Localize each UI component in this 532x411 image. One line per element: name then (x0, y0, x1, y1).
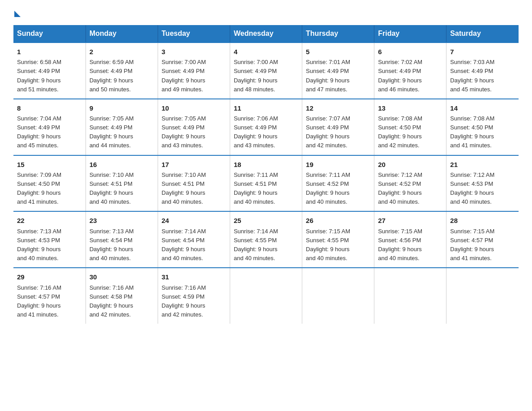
day-info: Sunrise: 7:00 AMSunset: 4:49 PMDaylight:… (162, 58, 226, 94)
day-number: 28 (450, 215, 515, 226)
calendar-day-cell: 22Sunrise: 7:13 AMSunset: 4:53 PMDayligh… (13, 211, 86, 268)
calendar-day-cell: 14Sunrise: 7:08 AMSunset: 4:50 PMDayligh… (446, 99, 519, 155)
day-number: 14 (450, 103, 515, 113)
day-info: Sunrise: 7:15 AMSunset: 4:55 PMDaylight:… (306, 227, 370, 263)
day-number: 22 (17, 215, 82, 226)
calendar-day-cell: 30Sunrise: 7:16 AMSunset: 4:58 PMDayligh… (86, 268, 158, 324)
day-number: 3 (162, 47, 226, 57)
day-info: Sunrise: 7:11 AMSunset: 4:51 PMDaylight:… (234, 171, 298, 207)
day-number: 19 (306, 159, 370, 170)
day-info: Sunrise: 7:05 AMSunset: 4:49 PMDaylight:… (90, 114, 154, 150)
calendar-day-cell: 31Sunrise: 7:16 AMSunset: 4:59 PMDayligh… (158, 268, 230, 324)
day-number: 7 (450, 47, 515, 57)
day-number: 15 (17, 159, 82, 170)
calendar-day-cell: 21Sunrise: 7:12 AMSunset: 4:53 PMDayligh… (446, 155, 519, 212)
calendar-day-cell: 11Sunrise: 7:06 AMSunset: 4:49 PMDayligh… (230, 99, 302, 155)
day-info: Sunrise: 7:10 AMSunset: 4:51 PMDaylight:… (90, 171, 154, 207)
calendar-day-cell: 15Sunrise: 7:09 AMSunset: 4:50 PMDayligh… (13, 155, 86, 212)
calendar-day-cell: 16Sunrise: 7:10 AMSunset: 4:51 PMDayligh… (86, 155, 158, 212)
day-number: 23 (90, 215, 154, 226)
logo-triangle-icon (14, 11, 21, 17)
calendar-day-cell: 10Sunrise: 7:05 AMSunset: 4:49 PMDayligh… (158, 99, 230, 155)
logo (13, 9, 21, 17)
day-number: 6 (378, 47, 442, 57)
page-header (13, 9, 519, 17)
day-info: Sunrise: 7:12 AMSunset: 4:52 PMDaylight:… (378, 171, 442, 207)
day-info: Sunrise: 7:09 AMSunset: 4:50 PMDaylight:… (17, 171, 82, 207)
day-number: 31 (162, 272, 226, 282)
calendar-day-cell: 29Sunrise: 7:16 AMSunset: 4:57 PMDayligh… (13, 268, 86, 324)
calendar-day-cell (446, 268, 519, 324)
day-info: Sunrise: 6:58 AMSunset: 4:49 PMDaylight:… (17, 58, 82, 94)
calendar-day-cell (230, 268, 302, 324)
day-info: Sunrise: 7:16 AMSunset: 4:57 PMDaylight:… (17, 283, 82, 320)
calendar-day-cell: 19Sunrise: 7:11 AMSunset: 4:52 PMDayligh… (302, 155, 374, 212)
weekday-header-sunday: Sunday (13, 25, 86, 43)
calendar-day-cell: 4Sunrise: 7:00 AMSunset: 4:49 PMDaylight… (230, 43, 302, 99)
day-info: Sunrise: 7:11 AMSunset: 4:52 PMDaylight:… (306, 171, 370, 207)
calendar-day-cell: 3Sunrise: 7:00 AMSunset: 4:49 PMDaylight… (158, 43, 230, 99)
calendar-week-row: 1Sunrise: 6:58 AMSunset: 4:49 PMDaylight… (13, 43, 519, 99)
calendar-day-cell: 25Sunrise: 7:14 AMSunset: 4:55 PMDayligh… (230, 211, 302, 268)
day-info: Sunrise: 7:00 AMSunset: 4:49 PMDaylight:… (234, 58, 298, 94)
day-info: Sunrise: 7:04 AMSunset: 4:49 PMDaylight:… (17, 114, 82, 150)
day-number: 11 (234, 103, 298, 113)
day-number: 29 (17, 272, 82, 282)
day-number: 20 (378, 159, 442, 170)
calendar-day-cell: 5Sunrise: 7:01 AMSunset: 4:49 PMDaylight… (302, 43, 374, 99)
calendar-day-cell: 28Sunrise: 7:15 AMSunset: 4:57 PMDayligh… (446, 211, 519, 268)
calendar-day-cell: 1Sunrise: 6:58 AMSunset: 4:49 PMDaylight… (13, 43, 86, 99)
day-number: 1 (17, 47, 82, 57)
weekday-header-tuesday: Tuesday (158, 25, 230, 43)
day-info: Sunrise: 7:15 AMSunset: 4:57 PMDaylight:… (450, 227, 515, 263)
day-info: Sunrise: 7:03 AMSunset: 4:49 PMDaylight:… (450, 58, 515, 94)
day-info: Sunrise: 7:02 AMSunset: 4:49 PMDaylight:… (378, 58, 442, 94)
day-info: Sunrise: 7:16 AMSunset: 4:59 PMDaylight:… (162, 283, 226, 320)
calendar-table: SundayMondayTuesdayWednesdayThursdayFrid… (13, 25, 519, 324)
day-info: Sunrise: 7:13 AMSunset: 4:53 PMDaylight:… (17, 227, 82, 263)
calendar-week-row: 8Sunrise: 7:04 AMSunset: 4:49 PMDaylight… (13, 99, 519, 155)
weekday-header-friday: Friday (374, 25, 446, 43)
calendar-day-cell: 17Sunrise: 7:10 AMSunset: 4:51 PMDayligh… (158, 155, 230, 212)
calendar-day-cell: 9Sunrise: 7:05 AMSunset: 4:49 PMDaylight… (86, 99, 158, 155)
day-number: 8 (17, 103, 82, 113)
day-number: 16 (90, 159, 154, 170)
day-number: 9 (90, 103, 154, 113)
weekday-header-thursday: Thursday (302, 25, 374, 43)
day-number: 30 (90, 272, 154, 282)
calendar-day-cell: 13Sunrise: 7:08 AMSunset: 4:50 PMDayligh… (374, 99, 446, 155)
day-info: Sunrise: 7:13 AMSunset: 4:54 PMDaylight:… (90, 227, 154, 263)
day-number: 13 (378, 103, 442, 113)
day-info: Sunrise: 7:10 AMSunset: 4:51 PMDaylight:… (162, 171, 226, 207)
day-info: Sunrise: 7:12 AMSunset: 4:53 PMDaylight:… (450, 171, 515, 207)
day-number: 10 (162, 103, 226, 113)
day-info: Sunrise: 6:59 AMSunset: 4:49 PMDaylight:… (90, 58, 154, 94)
day-info: Sunrise: 7:07 AMSunset: 4:49 PMDaylight:… (306, 114, 370, 150)
calendar-week-row: 22Sunrise: 7:13 AMSunset: 4:53 PMDayligh… (13, 211, 519, 268)
calendar-day-cell: 12Sunrise: 7:07 AMSunset: 4:49 PMDayligh… (302, 99, 374, 155)
day-number: 18 (234, 159, 298, 170)
day-info: Sunrise: 7:08 AMSunset: 4:50 PMDaylight:… (378, 114, 442, 150)
day-number: 17 (162, 159, 226, 170)
day-number: 27 (378, 215, 442, 226)
calendar-day-cell: 8Sunrise: 7:04 AMSunset: 4:49 PMDaylight… (13, 99, 86, 155)
calendar-day-cell: 24Sunrise: 7:14 AMSunset: 4:54 PMDayligh… (158, 211, 230, 268)
day-info: Sunrise: 7:08 AMSunset: 4:50 PMDaylight:… (450, 114, 515, 150)
calendar-day-cell: 6Sunrise: 7:02 AMSunset: 4:49 PMDaylight… (374, 43, 446, 99)
day-number: 24 (162, 215, 226, 226)
weekday-header-row: SundayMondayTuesdayWednesdayThursdayFrid… (13, 25, 519, 43)
calendar-day-cell: 27Sunrise: 7:15 AMSunset: 4:56 PMDayligh… (374, 211, 446, 268)
day-number: 25 (234, 215, 298, 226)
calendar-day-cell: 26Sunrise: 7:15 AMSunset: 4:55 PMDayligh… (302, 211, 374, 268)
day-info: Sunrise: 7:06 AMSunset: 4:49 PMDaylight:… (234, 114, 298, 150)
calendar-day-cell: 23Sunrise: 7:13 AMSunset: 4:54 PMDayligh… (86, 211, 158, 268)
calendar-day-cell: 2Sunrise: 6:59 AMSunset: 4:49 PMDaylight… (86, 43, 158, 99)
calendar-day-cell (302, 268, 374, 324)
day-info: Sunrise: 7:14 AMSunset: 4:54 PMDaylight:… (162, 227, 226, 263)
weekday-header-monday: Monday (86, 25, 158, 43)
day-info: Sunrise: 7:05 AMSunset: 4:49 PMDaylight:… (162, 114, 226, 150)
day-number: 21 (450, 159, 515, 170)
day-info: Sunrise: 7:01 AMSunset: 4:49 PMDaylight:… (306, 58, 370, 94)
day-info: Sunrise: 7:14 AMSunset: 4:55 PMDaylight:… (234, 227, 298, 263)
day-number: 5 (306, 47, 370, 57)
